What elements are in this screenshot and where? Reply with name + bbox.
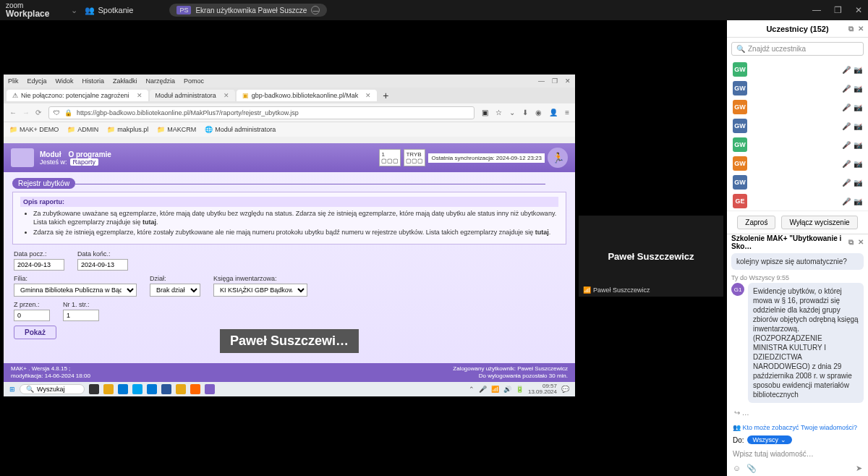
reload-button[interactable]: ⟳ [35,109,41,116]
filia-select[interactable]: Gminna Biblioteka Publiczna w Bądkowie [14,284,137,297]
participant-row[interactable]: GW🎤̸📷̸ [727,60,868,79]
data-konc-input[interactable] [77,259,128,271]
taskbar-app-icon[interactable] [89,384,99,394]
ksiega-select[interactable]: KI KSIĄŻKI GBP Bądkowo [213,284,307,297]
browser-tab-2[interactable]: Moduł administratora ✕ [150,90,235,101]
taskbar-search[interactable]: 🔍Wyszukaj [20,384,85,394]
popout-icon[interactable]: ⧉ [848,238,854,247]
chevron-down-icon[interactable]: ⌄ [71,6,77,15]
avatar: GE [733,194,747,208]
tray-notification-icon[interactable]: 💬 [561,386,569,393]
avatar: GW [733,156,747,171]
nr1-input[interactable] [63,310,99,321]
participant-row[interactable]: GW🎤̸📷̸ [727,79,868,98]
participant-row[interactable]: GW🎤̸📷̸ [727,154,868,173]
modul-link[interactable]: Moduł [40,150,61,158]
taskbar-app-icon[interactable] [147,384,157,394]
folder-icon: 📁 [67,126,75,133]
presenter-badge: PS [176,6,191,14]
taskbar-app-icon[interactable] [190,384,200,394]
participant-row[interactable]: GW🎤̸📷̸ [727,173,868,192]
pokaz-button[interactable]: Pokaż [14,326,56,339]
firefox-minimize-icon[interactable]: — [538,77,545,85]
download-icon[interactable]: ⬇ [522,109,528,116]
participant-search[interactable]: 🔍 Znajdź uczestnika [731,42,864,56]
start-button[interactable]: ⊞ [9,386,15,393]
taskbar-clock[interactable]: 09:5713.09.2024 [528,383,557,395]
window-close-button[interactable]: ✕ [855,5,862,15]
app-header: Moduł O programie Jesteś w: Raporty 1▢▢▢… [4,143,575,172]
avatar: GW [733,175,747,190]
dzial-select[interactable]: Brak działu [150,284,200,297]
stop-share-icon[interactable]: — [311,6,320,14]
menu-icon[interactable]: ≡ [565,109,569,116]
signal-icon: 📶 [583,286,591,294]
tray-battery-icon[interactable]: 🔋 [516,386,524,393]
tray-chevron-icon[interactable]: ⌃ [469,386,475,393]
window-minimize-button[interactable]: — [812,5,821,15]
tray-volume-icon[interactable]: 🔊 [503,386,511,393]
shared-screen: Plik Edycja Widok Historia Zakładki Narz… [4,75,575,396]
taskbar-app-icon[interactable] [176,384,186,394]
firefox-maximize-icon[interactable]: ❐ [552,77,558,85]
mute-button[interactable]: Wyłącz wyciszenie [781,216,857,229]
tray-wifi-icon[interactable]: 📶 [491,386,499,393]
tutaj-link-1[interactable]: tutaj [142,218,156,226]
o-programie-link[interactable]: O programie [68,150,111,158]
run-icon[interactable]: 🏃 [548,148,568,168]
send-icon[interactable]: ➤ [856,464,862,473]
taskbar-app-icon[interactable] [103,384,114,394]
new-tab-button[interactable]: + [378,90,393,101]
video-tile[interactable]: Paweł Suszczewicz 📶Paweł Suszczewicz [579,216,723,297]
reaction-row[interactable]: ↪ … [731,407,864,418]
participants-header: Uczestnicy (152) ⧉✕ [727,20,868,38]
avatar: GW [733,137,747,152]
chat-input[interactable]: Wpisz tutaj wiadomość… [727,447,868,461]
invite-button[interactable]: Zaproś [737,216,775,229]
attach-icon[interactable]: 📎 [746,464,757,473]
close-icon[interactable]: ✕ [365,92,371,99]
tutaj-link-2[interactable]: tutaj [535,229,549,236]
star-icon[interactable]: ☆ [495,109,502,116]
browser-menubar: Plik Edycja Widok Historia Zakładki Narz… [4,75,575,88]
extension-icon[interactable]: ◉ [535,109,542,116]
tray-mic-icon[interactable]: 🎤 [479,386,487,393]
meeting-button[interactable]: 👥 Spotkanie [85,6,133,15]
emoji-icon[interactable]: ☺ [733,464,741,473]
tryb-box[interactable]: TRYB▢▢▢ [404,149,425,166]
globe-icon: 🌐 [205,126,213,133]
back-button[interactable]: ← [9,109,17,116]
participant-row[interactable]: GW🎤̸📷̸ [727,135,868,154]
forward-button[interactable]: → [22,109,30,116]
taskbar-app-icon[interactable] [205,384,215,394]
breadcrumb-raporty[interactable]: Raporty [70,158,99,166]
app-footer: MAK+ . Wersja 4.8.15 ;modyfikacja: 14-06… [4,363,575,382]
firefox-close-icon[interactable]: ✕ [565,77,571,85]
mic-muted-icon: 🎤̸ [842,122,851,130]
reader-icon[interactable]: ▣ [482,109,488,116]
who-can-see-link[interactable]: 👥 Kto może zobaczyć Twoje wiadomości? [727,422,868,433]
window-maximize-button[interactable]: ❐ [834,5,842,15]
account-icon[interactable]: 👤 [549,109,558,116]
popout-icon[interactable]: ⧉ [848,25,854,33]
taskbar-app-icon[interactable] [132,384,142,394]
close-icon[interactable]: ✕ [137,92,142,99]
close-icon[interactable]: ✕ [224,92,229,99]
close-icon[interactable]: ✕ [858,25,864,33]
participant-row[interactable]: GW🎤̸📷̸ [727,116,868,135]
close-icon[interactable]: ✕ [858,238,864,247]
browser-tab-3[interactable]: ▣ gbp-badkowo.bibliotekaonline.pl/Mak ✕ [237,90,378,101]
zprzen-input[interactable] [14,310,50,321]
participant-row[interactable]: GE🎤̸📷̸ [727,192,868,211]
data-pocz-input[interactable] [14,259,64,271]
browser-tab-1[interactable]: ⚠ Nie połączono: potencjalne zagrożeni ✕ [7,90,148,101]
chat-meta: Ty do Wszyscy 9:55 [731,274,864,281]
chat-to-selector[interactable]: Wszyscy ⌄ [747,435,792,444]
participant-row[interactable]: GW🎤̸📷̸ [727,98,868,116]
share-indicator[interactable]: PS Ekran użytkownika Paweł Suszcze — [169,4,327,17]
address-bar[interactable]: 🛡 🔒 https://gbp-badkowo.bibliotekaonline… [48,106,475,119]
windows-taskbar: ⊞ 🔍Wyszukaj ⌃ 🎤 📶 🔊 [4,382,575,396]
taskbar-app-icon[interactable] [118,384,128,394]
pocket-icon[interactable]: ⌄ [509,109,515,116]
taskbar-app-icon[interactable] [161,384,171,394]
